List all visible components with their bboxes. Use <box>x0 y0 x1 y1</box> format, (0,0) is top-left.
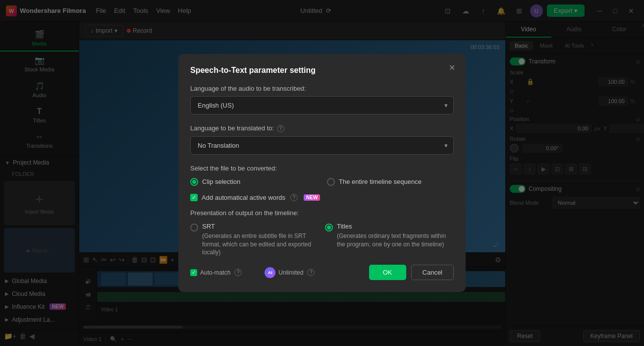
auto-match-label: Auto-match <box>200 269 230 276</box>
add-active-words-row: ✓ Add automatical active words ? NEW <box>190 194 454 201</box>
entire-timeline-label: The entire timeline sequence <box>339 178 422 185</box>
titles-label: Titles <box>337 223 454 230</box>
entire-timeline-radio[interactable] <box>327 178 335 186</box>
check-icon: ✓ <box>192 194 196 201</box>
unlimited-label: Unlimited <box>278 269 303 276</box>
unlimited-help-icon[interactable]: ? <box>307 269 315 276</box>
lang-translate-select[interactable]: No Translation <box>190 136 454 155</box>
add-active-words-checkbox[interactable]: ✓ <box>190 194 198 201</box>
output-label: Presentation of output on the timeline: <box>190 209 454 217</box>
lang-audio-select[interactable]: English (US) <box>190 96 454 115</box>
output-options: SRT (Generates an entire subtitle file i… <box>190 223 454 257</box>
modal-title: Speech-to-Text parameter setting <box>190 66 454 75</box>
file-select-options: Clip selection The entire timeline seque… <box>190 178 454 186</box>
lang-translate-label: Language to be translated to: ? <box>190 124 454 132</box>
titles-option[interactable]: Titles (Generates ordinary text fragment… <box>325 223 454 257</box>
active-words-help-icon[interactable]: ? <box>290 194 298 201</box>
lang-audio-label: Language of the audio to be transcribed: <box>190 85 454 92</box>
auto-match-row: ✓ Auto-match ? <box>190 269 242 276</box>
clip-selection-radio[interactable] <box>190 178 198 186</box>
titles-radio[interactable] <box>325 224 333 231</box>
titles-radio-dot <box>327 226 331 230</box>
titles-description: (Generates ordinary text fragments withi… <box>337 232 454 249</box>
auto-match-check-icon: ✓ <box>192 270 196 275</box>
add-active-words-label: Add automatical active words <box>202 194 285 201</box>
modal-overlay: Speech-to-Text parameter setting ✕ Langu… <box>0 0 644 346</box>
entire-timeline-option[interactable]: The entire timeline sequence <box>327 178 454 186</box>
ok-button[interactable]: OK <box>369 265 406 280</box>
modal-footer-buttons: OK Cancel <box>369 265 454 280</box>
ai-icon: AI <box>265 267 275 278</box>
srt-option-content: SRT (Generates an entire subtitle file i… <box>202 223 319 257</box>
lang-translate-select-wrapper: No Translation ▾ <box>190 136 454 155</box>
cancel-button[interactable]: Cancel <box>411 265 454 280</box>
srt-label: SRT <box>202 223 319 230</box>
modal-footer: ✓ Auto-match ? AI Unlimited ? OK Cancel <box>190 265 454 280</box>
translate-help-icon[interactable]: ? <box>277 125 284 132</box>
titles-option-content: Titles (Generates ordinary text fragment… <box>337 223 454 257</box>
modal-close-button[interactable]: ✕ <box>446 62 458 74</box>
clip-selection-option[interactable]: Clip selection <box>190 178 317 186</box>
srt-radio[interactable] <box>190 224 198 231</box>
output-section: Presentation of output on the timeline: … <box>190 209 454 257</box>
file-select-label: Select the file to be converted: <box>190 165 454 172</box>
unlimited-row: AI Unlimited ? <box>265 267 315 278</box>
clip-selection-radio-dot <box>192 180 196 184</box>
lang-audio-select-wrapper: English (US) ▾ <box>190 96 454 115</box>
srt-option[interactable]: SRT (Generates an entire subtitle file i… <box>190 223 319 257</box>
auto-match-help-icon[interactable]: ? <box>234 269 242 276</box>
modal-footer-left: ✓ Auto-match ? AI Unlimited ? <box>190 267 315 278</box>
srt-description: (Generates an entire subtitle file in SR… <box>202 232 319 257</box>
speech-to-text-modal: Speech-to-Text parameter setting ✕ Langu… <box>178 54 466 292</box>
active-words-new-badge: NEW <box>304 194 320 201</box>
clip-selection-label: Clip selection <box>202 178 240 185</box>
auto-match-checkbox[interactable]: ✓ <box>190 269 197 276</box>
